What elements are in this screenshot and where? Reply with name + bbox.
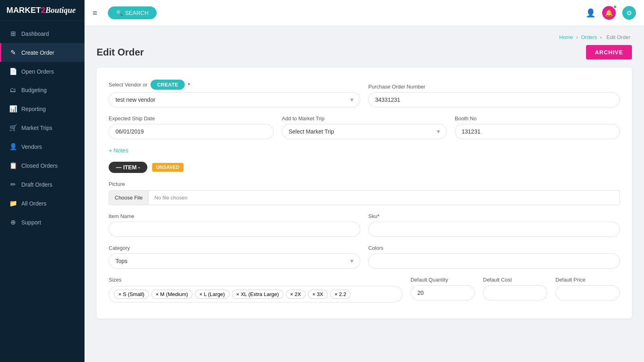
sidebar-item-all-orders[interactable]: 📁 All Orders [0,194,85,213]
colors-input[interactable] [368,253,620,269]
breadcrumb-orders[interactable]: Orders [581,34,597,40]
form-card: Select Vendor or CREATE * test new vendo… [97,68,632,319]
sku-group: Sku* [368,213,620,237]
sku-input[interactable] [368,222,620,237]
ship-date-input[interactable] [109,124,274,139]
budgeting-icon: 🗂 [9,86,17,94]
default-qty-group: Default Quantity [411,277,475,300]
archive-button[interactable]: ARCHIVE [586,45,632,60]
booth-input[interactable] [455,124,620,139]
category-label: Category [109,245,360,251]
default-cost-label: Default Cost [483,277,547,283]
settings-button[interactable]: ⚙ [622,6,636,20]
vendor-select-wrap: test new vendor ▼ [109,92,360,107]
sku-label: Sku* [368,213,620,219]
choose-file-button[interactable]: Choose File [109,191,149,205]
ship-date-group: Expected Ship Date [109,115,274,139]
item-name-label: Item Name [109,213,360,219]
size-tag[interactable]: × L (Large) [195,290,229,299]
sidebar-item-vendors[interactable]: 👤 Vendors [0,137,85,156]
sidebar-item-market-trips[interactable]: 🛒 Market Trips [0,118,85,137]
default-cost-input[interactable] [483,285,547,300]
sidebar-item-open-orders[interactable]: 📄 Open Orders [0,62,85,81]
size-tag[interactable]: × 3X [308,290,328,299]
size-tag[interactable]: × XL (Extra Large) [232,290,283,299]
content-area: Home › Orders › Edit Order Edit Order AR… [85,26,644,362]
file-input-row: Choose File No file chosen [109,190,620,205]
default-qty-label: Default Quantity [411,277,475,283]
dashboard-icon: ⊞ [9,30,17,37]
ship-market-booth-row: Expected Ship Date Add to Market Trip Se… [109,115,620,139]
picture-section: Picture Choose File No file chosen [109,181,620,205]
all-orders-icon: 📁 [9,200,17,207]
unsaved-badge: UNSAVED [152,163,184,172]
topbar-right: 👤 🔔 ⚙ [586,6,636,20]
create-order-icon: ✎ [9,49,17,56]
market-trip-select[interactable]: Select Market Trip [282,124,447,139]
default-cost-group: Default Cost [483,277,547,300]
notification-button[interactable]: 🔔 [602,6,616,20]
breadcrumb-home[interactable]: Home [559,34,573,40]
required-star: * [188,82,190,88]
sidebar-item-support[interactable]: ⊕ Support [0,213,85,232]
vendor-select[interactable]: test new vendor [109,92,360,107]
category-colors-row: Category Tops ▼ Colors [109,245,620,269]
create-vendor-button[interactable]: CREATE [151,80,184,90]
po-input[interactable] [368,92,620,107]
default-qty-input[interactable] [411,285,475,300]
page-title: Edit Order [97,47,144,58]
closed-orders-icon: 📋 [9,162,17,169]
vendors-icon: 👤 [9,143,17,150]
booth-group: Booth No [455,115,620,139]
sidebar-item-create-order[interactable]: ✎ Create Order [0,43,85,62]
sizes-tags-container[interactable]: × S (Small)× M (Medium)× L (Large)× XL (… [109,286,402,302]
size-tag[interactable]: × M (Medium) [151,290,193,299]
main-area: ≡ 🔍 SEARCH 👤 🔔 ⚙ Home › Orders › Edit Or… [85,0,644,362]
category-group: Category Tops ▼ [109,245,360,269]
size-tag[interactable]: × 2.2 [330,290,351,299]
sizes-group: Sizes × S (Small)× M (Medium)× L (Large)… [109,277,402,302]
picture-label: Picture [109,181,620,187]
size-tag[interactable]: × S (Small) [114,290,149,299]
sidebar: MARKET2Boutique ⊞ Dashboard ✎ Create Ord… [0,0,85,362]
breadcrumb-current: Edit Order [607,34,630,40]
notification-badge [613,5,617,9]
file-name-text: No file chosen [149,191,619,205]
colors-group: Colors [368,245,620,269]
item-name-input[interactable] [109,222,360,237]
market-trip-group: Add to Market Trip Select Market Trip ▼ [282,115,447,139]
sidebar-item-dashboard[interactable]: ⊞ Dashboard [0,24,85,43]
sizes-defaults-row: Sizes × S (Small)× M (Medium)× L (Large)… [109,277,620,302]
market-trips-icon: 🛒 [9,124,17,132]
po-label: Purchase Order Number [368,84,620,90]
default-price-input[interactable] [555,285,620,300]
item-name-group: Item Name [109,213,360,237]
hamburger-button[interactable]: ≡ [93,8,97,18]
size-tag[interactable]: × 2X [286,290,305,299]
item-name-sku-row: Item Name Sku* [109,213,620,237]
open-orders-icon: 📄 [9,68,17,75]
draft-orders-icon: ✏ [9,181,17,188]
item-header: — ITEM - UNSAVED [109,162,620,173]
search-button[interactable]: 🔍 SEARCH [108,6,157,19]
support-icon: ⊕ [9,218,17,226]
reporting-icon: 📊 [9,105,17,113]
sidebar-item-draft-orders[interactable]: ✏ Draft Orders [0,175,85,194]
search-icon: 🔍 [116,10,123,16]
sizes-label: Sizes [109,277,402,283]
sidebar-nav: ⊞ Dashboard ✎ Create Order 📄 Open Orders… [0,21,85,362]
sidebar-item-reporting[interactable]: 📊 Reporting [0,99,85,118]
vendor-label: Select Vendor or [109,82,147,88]
sidebar-item-closed-orders[interactable]: 📋 Closed Orders [0,156,85,175]
logo: MARKET2Boutique [0,0,85,21]
sidebar-item-budgeting[interactable]: 🗂 Budgeting [0,81,85,99]
colors-label: Colors [368,245,620,251]
notes-link[interactable]: + Notes [109,147,128,154]
breadcrumb: Home › Orders › Edit Order [97,34,632,40]
po-group: Purchase Order Number [368,84,620,107]
category-select[interactable]: Tops [109,253,360,269]
user-icon[interactable]: 👤 [586,8,596,18]
default-price-group: Default Price [555,277,620,300]
item-badge: — ITEM - [109,162,147,173]
market-trip-label: Add to Market Trip [282,115,447,121]
